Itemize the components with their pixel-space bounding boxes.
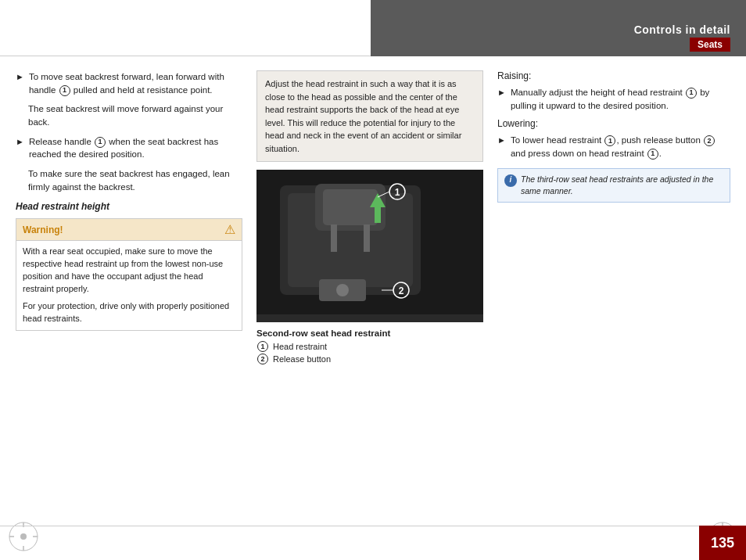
para-text-1: The seat backrest will move forward agai… xyxy=(28,102,242,128)
page-number: 135 xyxy=(711,535,734,551)
bullet-arrow-lower: ► xyxy=(497,135,506,160)
caption-item-1: 1 Head restraint xyxy=(256,341,483,352)
main-content: ► To move seat backrest forward, lean fo… xyxy=(0,63,746,521)
caption-title: Second-row seat head restraint xyxy=(256,328,483,338)
warning-header: Warning! ⚠ xyxy=(16,219,242,241)
header-right: Controls in detail Seats xyxy=(371,0,746,56)
svg-rect-36 xyxy=(364,224,370,252)
lowering-label: Lowering: xyxy=(497,118,730,129)
bullet-arrow-1: ► xyxy=(16,71,24,96)
bullet-text-1: To move seat backrest forward, lean forw… xyxy=(29,70,242,96)
svg-point-42 xyxy=(336,284,349,296)
circle-num-lower-2: 2 xyxy=(704,135,715,146)
circle-num-lower-1: 1 xyxy=(604,135,615,146)
info-icon: i xyxy=(504,174,517,187)
info-box: Adjust the head restraint in such a way … xyxy=(256,70,483,162)
bullet1-text: pulled and held at resistance point. xyxy=(74,85,213,95)
bullet-text-raise: Manually adjust the height of head restr… xyxy=(511,86,730,112)
header-bar: Controls in detail Seats xyxy=(0,0,746,56)
seat-illustration: 1 2 xyxy=(256,170,483,322)
bullet-arrow-2: ► xyxy=(16,136,24,161)
svg-rect-34 xyxy=(323,189,378,225)
circle-num-lower-3: 1 xyxy=(647,149,658,160)
bottom-bar xyxy=(0,526,699,560)
bullet-item-1: ► To move seat backrest forward, lean fo… xyxy=(16,70,242,96)
middle-column: Adjust the head restraint in such a way … xyxy=(256,63,483,521)
svg-rect-35 xyxy=(331,224,337,252)
caption-item-2: 2 Release button xyxy=(256,354,483,364)
bullet-arrow-raise: ► xyxy=(497,87,506,112)
seat-image-container: 1 2 P91-16-3404-AT xyxy=(256,170,483,322)
warning-triangle-icon: ⚠ xyxy=(224,222,235,237)
circle-num-2a: 1 xyxy=(95,137,106,148)
warning-label: Warning! xyxy=(23,224,63,235)
caption-circle-1: 1 xyxy=(257,341,268,352)
circle-num-raise-1: 1 xyxy=(686,88,697,99)
bullet-item-2: ► Release handle 1 when the seat backres… xyxy=(16,135,242,161)
bullet-text-2: Release handle 1 when the seat backrest … xyxy=(29,135,242,161)
bullet-text-lower: To lower head restraint 1, push release … xyxy=(511,134,730,160)
svg-text:1: 1 xyxy=(395,187,400,198)
circle-num-1a: 1 xyxy=(59,85,70,96)
para-text-2: To make sure the seat backrest has engag… xyxy=(28,167,242,193)
header-title: Controls in detail xyxy=(371,23,730,38)
page-number-box: 135 xyxy=(699,526,746,560)
caption-label-1: Head restraint xyxy=(273,342,327,351)
caption-circle-2: 2 xyxy=(257,354,268,364)
warning-box: Warning! ⚠ With a rear seat occupied, ma… xyxy=(16,218,242,331)
raising-label: Raising: xyxy=(497,70,730,81)
right-column: Raising: ► Manually adjust the height of… xyxy=(497,63,730,521)
svg-text:2: 2 xyxy=(399,285,404,296)
warning-body-2: For your protection, drive only with pro… xyxy=(23,300,235,325)
header-subtitle: Seats xyxy=(371,38,730,52)
section-heading: Head restraint height xyxy=(16,201,242,212)
caption-label-2: Release button xyxy=(273,354,331,364)
info-note: i The third-row seat head restraints are… xyxy=(497,168,730,203)
bullet-lower: ► To lower head restraint 1, push releas… xyxy=(497,134,730,160)
info-note-text: The third-row seat head restraints are a… xyxy=(521,174,723,197)
header-subtitle-text: Seats xyxy=(690,38,730,52)
warning-body: With a rear seat occupied, make sure to … xyxy=(16,241,242,330)
left-column: ► To move seat backrest forward, lean fo… xyxy=(16,63,242,521)
warning-body-1: With a rear seat occupied, make sure to … xyxy=(23,246,235,296)
bullet-raise: ► Manually adjust the height of head res… xyxy=(497,86,730,112)
